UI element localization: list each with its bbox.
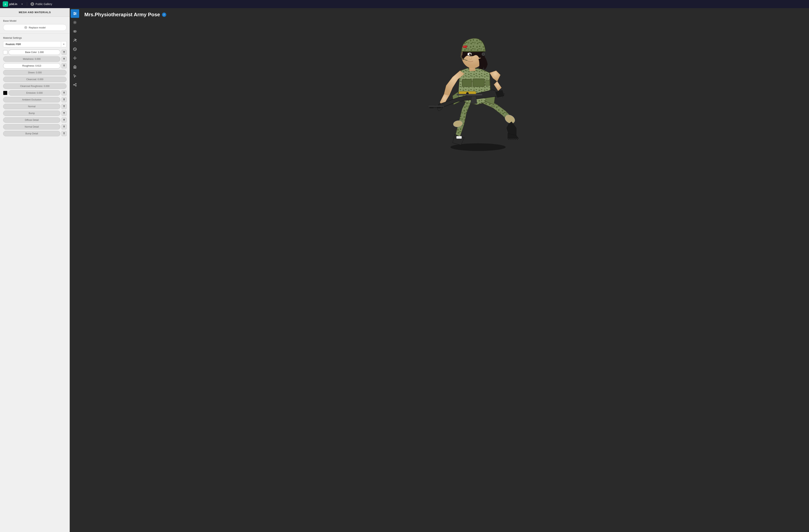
svg-point-8 <box>75 13 76 14</box>
svg-point-10 <box>74 22 75 23</box>
replace-icon <box>24 26 27 29</box>
panel-header: MESH AND MATERIALS <box>0 8 70 17</box>
t-button-diffuse-detail[interactable]: T <box>62 118 67 122</box>
t-button-roughness[interactable]: T <box>62 63 67 68</box>
prop-button-roughness[interactable]: Roughness: 0.613 <box>3 63 61 69</box>
main-layout: MESH AND MATERIALS Base Model Replace mo… <box>0 8 809 532</box>
dropdown-arrow[interactable]: ▾ <box>61 41 67 47</box>
t-button-bump[interactable]: T <box>62 111 67 116</box>
brand: p p3d.in <box>3 1 17 7</box>
tool-button-transform[interactable] <box>71 54 79 62</box>
tool-button-download[interactable] <box>71 63 79 71</box>
nav-divider <box>27 2 27 6</box>
replace-model-label: Replace model <box>29 26 46 29</box>
svg-marker-23 <box>76 58 76 58</box>
tool-button-add-model[interactable] <box>71 36 79 45</box>
tool-button-material-ball[interactable] <box>71 45 79 53</box>
model-title-area: Mrs.Physiotherapist Army Pose i <box>84 12 166 18</box>
t-button-ambient-occlusion[interactable]: T <box>62 97 67 102</box>
globe-icon <box>31 2 34 6</box>
model-3d-viewport[interactable] <box>422 20 534 151</box>
info-icon[interactable]: i <box>162 13 166 17</box>
svg-rect-45 <box>457 136 462 139</box>
material-type-select[interactable]: Realistic PBR <box>3 41 61 47</box>
prop-row-bump-detail: Bump DetailT <box>3 131 67 136</box>
viewport: Mrs.Physiotherapist Army Pose i <box>80 8 809 532</box>
brand-logo: p <box>3 1 8 7</box>
icon-toolbar <box>70 8 80 532</box>
prop-row-roughness: Roughness: 0.613T <box>3 63 67 69</box>
t-button-base-color[interactable]: T <box>62 50 67 55</box>
base-model-label: Base Model <box>3 19 67 22</box>
prop-button-normal-detail[interactable]: Normal Detail <box>3 124 61 130</box>
prop-row-clearcoat-roughness: Clearcoat Roughness: 0.000 <box>3 83 67 89</box>
color-swatch-base-color[interactable] <box>3 50 7 54</box>
svg-marker-21 <box>74 59 75 60</box>
svg-point-62 <box>482 53 484 55</box>
prop-button-normal[interactable]: Normal <box>3 104 61 109</box>
material-settings-label: Material Settings <box>3 36 67 39</box>
prop-row-normal-detail: Normal DetailT <box>3 124 67 130</box>
prop-row-base-color: Base Color: 1.000T <box>3 50 67 55</box>
prop-row-bump: BumpT <box>3 110 67 116</box>
svg-line-28 <box>74 84 75 85</box>
svg-marker-22 <box>73 58 74 58</box>
material-settings-section: Material Settings Realistic PBR ▾ Base C… <box>0 34 70 140</box>
prop-row-emissive: Emissive: 0.000T <box>3 90 67 96</box>
svg-point-25 <box>75 83 76 84</box>
left-panel: MESH AND MATERIALS Base Model Replace mo… <box>0 8 70 532</box>
prop-row-diffuse-detail: Diffuse DetailT <box>3 117 67 123</box>
nav-gallery: Public Gallery <box>31 2 52 6</box>
svg-point-7 <box>74 12 75 13</box>
prop-button-emissive[interactable]: Emissive: 0.000 <box>8 90 61 96</box>
svg-point-60 <box>463 46 466 48</box>
model-svg <box>422 20 534 151</box>
top-nav: p p3d.in ▾ Public Gallery <box>0 0 809 8</box>
prop-button-ambient-occlusion[interactable]: Ambient Occlusion <box>3 97 61 102</box>
svg-rect-49 <box>485 80 490 86</box>
prop-button-base-color[interactable]: Base Color: 1.000 <box>8 50 61 55</box>
tool-button-visibility[interactable] <box>71 27 79 36</box>
prop-button-metalness[interactable]: Metalness: 0.000 <box>3 56 61 62</box>
svg-point-27 <box>75 85 76 86</box>
color-swatch-emissive[interactable] <box>3 91 7 95</box>
svg-point-58 <box>469 53 471 55</box>
prop-button-clearcoat-roughness[interactable]: Clearcoat Roughness: 0.000 <box>3 83 67 89</box>
t-button-metalness[interactable]: T <box>62 56 67 62</box>
prop-row-ambient-occlusion: Ambient OcclusionT <box>3 97 67 102</box>
t-button-normal[interactable]: T <box>62 104 67 109</box>
t-button-normal-detail[interactable]: T <box>62 124 67 129</box>
svg-point-26 <box>73 84 74 85</box>
base-model-section: Base Model Replace model <box>0 17 70 34</box>
prop-button-bump-detail[interactable]: Bump Detail <box>3 131 61 136</box>
svg-point-59 <box>470 54 471 54</box>
brand-name: p3d.in <box>9 2 17 6</box>
svg-line-29 <box>74 85 75 86</box>
t-button-bump-detail[interactable]: T <box>62 131 67 136</box>
svg-rect-48 <box>473 79 484 87</box>
svg-rect-55 <box>457 94 482 96</box>
prop-row-normal: NormalT <box>3 104 67 109</box>
replace-model-button[interactable]: Replace model <box>3 24 67 31</box>
gallery-label: Public Gallery <box>35 2 52 6</box>
svg-point-9 <box>74 14 75 15</box>
prop-button-bump[interactable]: Bump <box>3 110 61 116</box>
tool-button-sliders[interactable] <box>71 9 79 18</box>
prop-row-clearcoat: Clearcoat: 0.000 <box>3 77 67 82</box>
prop-button-sheen[interactable]: Sheen: 0.000 <box>3 70 67 75</box>
svg-rect-54 <box>428 105 444 107</box>
tool-button-share[interactable] <box>71 81 79 89</box>
svg-marker-20 <box>74 56 75 57</box>
prop-button-diffuse-detail[interactable]: Diffuse Detail <box>3 117 61 123</box>
nav-dropdown-button[interactable]: ▾ <box>21 2 23 6</box>
tool-button-settings[interactable] <box>71 18 79 27</box>
prop-button-clearcoat[interactable]: Clearcoat: 0.000 <box>3 77 67 82</box>
prop-row-sheen: Sheen: 0.000 <box>3 70 67 75</box>
tool-button-cursor[interactable] <box>71 72 79 80</box>
svg-point-12 <box>74 31 75 32</box>
prop-row-metalness: Metalness: 0.000T <box>3 56 67 62</box>
svg-point-3 <box>24 26 27 29</box>
model-title-text: Mrs.Physiotherapist Army Pose <box>84 12 160 18</box>
t-button-emissive[interactable]: T <box>62 90 67 96</box>
svg-rect-47 <box>462 79 472 87</box>
